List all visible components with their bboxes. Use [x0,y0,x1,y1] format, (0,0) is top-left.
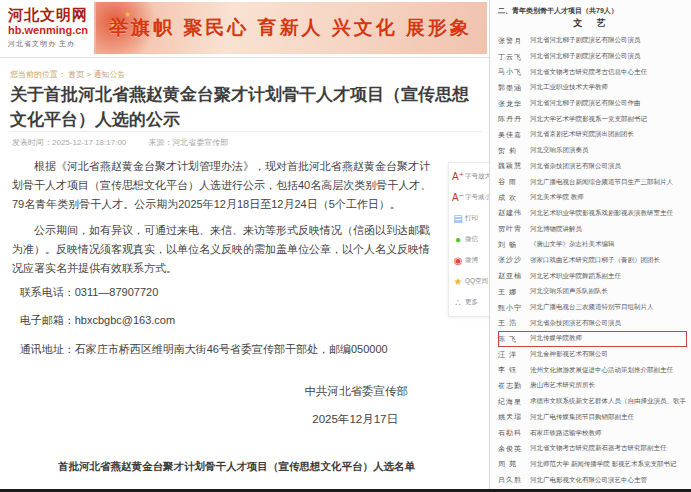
name-list-row: 王 浩 河北省杂技团演艺有限公司演员 [498,315,687,331]
breadcrumb: 您当前的位置： 首页 > 通知公告 [10,69,125,80]
person-position: 河北广播电视台三农频道特别节目组制片人 [530,303,654,312]
name-list-category: 文 艺 [498,17,687,30]
name-list-row: 张沙沙 张家口戏曲艺术研究院口梆子（晋剧）团团长 [498,253,687,269]
person-position: 河北省杂技团演艺有限公司演员 [530,162,621,171]
person-name: 周 苑 [498,459,530,469]
breadcrumb-label: 您当前的位置： [10,70,66,79]
name-list-row: 余俊英 河北省文物考古研究院新石器考古研究部副主任 [498,441,687,457]
name-list-row: 魏颖慧 河北省杂技团演艺有限公司演员 [498,159,687,175]
toolbar-item[interactable]: ∴ 更多 [451,292,487,313]
name-list-row: 张警月 河北省河北梆子剧院演艺有限公司演员 [498,33,687,49]
person-position: 河北省文物考古研究院新石器考古研究部副主任 [530,444,667,453]
site-logo-domain[interactable]: hb.wenming.cn [8,24,88,37]
person-name: 刘 畅 [498,240,530,250]
name-list-row: 吕久胜 河北广电影视文化有限公司演艺中心主管 [498,472,687,488]
person-name: 石勘科 [498,428,530,438]
toolbar-item[interactable]: ▤ 打印 [451,208,487,229]
publish-time-label: 发表时间： [12,138,52,147]
site-logo-subtitle: 河北省文明办 主办 [8,39,88,49]
toolbar-item-label: 字号放大 [465,172,491,181]
name-list-row: 谷 雨 河北广播电视台新闻综合频道节目生产三部制片人 [498,174,687,190]
person-position: 河北省河北梆子剧院演艺有限公司演员 [530,52,641,61]
person-position: 河北美术学院 教师 [530,193,584,202]
name-list-section-title: 二、青年类别骨干人才项目（共79人） [498,6,687,16]
article-body: 根据《河北省燕赵黄金台聚才计划管理办法》，现对首批河北省燕赵黄金台聚才计划骨干人… [12,157,440,369]
name-list-row: 陈丹丹 河北大学艺术学院影视系一党支部副书记 [498,111,687,127]
name-list-row: 甄小宁 河北广播电视台三农频道特别节目组制片人 [498,300,687,316]
person-position: 河北师范大学 新闻传播学院 影视艺术系党支部书记 [530,460,677,469]
breadcrumb-home-link[interactable]: 首页 [68,70,84,79]
person-position: 河北传媒学院教师 [530,334,582,343]
person-position: 河北省京剧艺术研究院演出团副团长 [530,130,634,139]
name-list-row: 李 钰 沧州文化旅游发展促进中心活动策划推介部副主任 [498,362,687,378]
person-position: 沧州文化旅游发展促进中心活动策划推介部副主任 [530,366,673,375]
toolbar-icon[interactable]: ◉ [451,256,465,266]
person-name: 成 欢 [498,193,530,203]
toolbar-item-label: 打印 [465,214,478,223]
toolbar-item[interactable]: A⁻ 字号减小 [451,187,487,208]
contact-email: 电子邮箱：hbxcbgbc@163.com [12,312,440,329]
person-name: 贺 莉 [498,146,530,156]
name-list: 张警月 河北省河北梆子剧院演艺有限公司演员 丁云飞 河北省河北梆子剧院演艺有限公… [498,33,687,488]
toolbar-item[interactable]: A⁺ 字号放大 [451,166,487,187]
person-name: 赵亚楠 [498,271,530,281]
site-header: 河北文明网 hb.wenming.cn 河北省文明办 主办 ★ ★ 举旗帜 聚民… [0,0,489,58]
toolbar-item-label: 微信 [465,235,478,244]
publish-time: 2025-12-17 18:17:00 [52,138,126,147]
name-list-row: 丁云飞 河北省河北梆子剧院演艺有限公司演员 [498,49,687,65]
person-position: 石家庄铁路运输学校教师 [530,429,602,438]
name-list-row: 张龙华 河北省河北梆子剧院演艺有限公司作曲 [498,96,687,112]
toolbar-item[interactable]: ★ QQ空间 [451,271,487,292]
person-position: 河北博物院讲解员 [530,225,582,234]
name-list-row: 贺 莉 河北交响乐团演奏员 [498,143,687,159]
header-banner: ★ ★ 举旗帜 聚民心 育新人 兴文化 展形象 [94,2,487,54]
person-position: 承德市文联系统新文艺群体人员（自由择业演员、歌手） [530,397,687,406]
person-position: 河北艺术职业学院影视系戏剧影视表演教研室主任 [530,209,673,218]
share-toolbar: A⁺ 字号放大 A⁻ 字号减小 ▤ 打印 ● 微信 ◉ 微博 [448,162,490,317]
name-list-row: 贾叶青 河北博物院讲解员 [498,221,687,237]
name-list-row: 刘 畅 《唐山文学》杂志社美术编辑 [498,237,687,253]
person-name: 陈丹丹 [498,114,530,124]
source: 河北省委宣传部 [172,138,228,147]
toolbar-item[interactable]: ◉ 微博 [451,250,487,271]
toolbar-icon[interactable]: A⁺ [451,172,465,182]
person-position: 《唐山文学》杂志社美术编辑 [530,240,615,249]
person-name: 张龙华 [498,99,530,109]
toolbar-icon[interactable]: ∴ [451,298,465,308]
name-list-row: 纪海星 承德市文联系统新文艺群体人员（自由择业演员、歌手） [498,394,687,410]
contact-phone: 联系电话：0311—87907720 [12,284,440,301]
site-logo[interactable]: 河北文明网 hb.wenming.cn 河北省文明办 主办 [8,7,88,49]
person-name: 陈 飞 [498,334,530,344]
page-title: 关于首批河北省燕赵黄金台聚才计划骨干人才项目（宣传思想文化平台）人选的公示 [10,83,482,132]
person-name: 吴佳嘉 [498,130,530,140]
banner-slogan: 举旗帜 聚民心 育新人 兴文化 展形象 [109,15,472,41]
name-list-row: 马小飞 河北省文物考古研究院考古信息中心主任 [498,64,687,80]
toolbar-icon[interactable]: ● [451,235,465,245]
toolbar-icon[interactable]: ★ [451,277,465,287]
site-logo-title[interactable]: 河北文明网 [8,7,88,24]
source-label: 来源： [148,138,172,147]
toolbar-icon[interactable]: ▤ [451,214,465,224]
breadcrumb-separator: > [86,70,91,79]
person-position: 唐山市艺术研究所所长 [530,381,595,390]
toolbar-item[interactable]: ● 微信 [451,229,487,250]
article-paragraph: 根据《河北省燕赵黄金台聚才计划管理办法》，现对首批河北省燕赵黄金台聚才计划骨干人… [12,157,440,214]
name-list-row: 周 苑 河北师范大学 新闻传播学院 影视艺术系党支部书记 [498,457,687,473]
person-name: 李 钰 [498,365,530,375]
person-name: 贾叶青 [498,224,530,234]
person-name: 张沙沙 [498,255,530,265]
person-position: 河北交响乐团演奏员 [530,146,589,155]
person-name: 姚天瑞 [498,412,530,422]
person-position: 河北省杂技团演艺有限公司演员 [530,319,621,328]
name-list-row: 赵建伟 河北艺术职业学院影视系戏剧影视表演教研室主任 [498,206,687,222]
person-name: 甄小宁 [498,303,530,313]
person-name: 王 娜 [498,287,530,297]
toolbar-icon[interactable]: A⁻ [451,193,465,203]
person-position: 河北省文物考古研究院考古信息中心主任 [530,68,647,77]
person-position: 河北省河北梆子剧院演艺有限公司演员 [530,36,641,45]
breadcrumb-current-link[interactable]: 通知公告 [93,70,125,79]
name-list-row: 成 欢 河北美术学院 教师 [498,190,687,206]
person-name: 吕久胜 [498,475,530,485]
name-list-row: 吴佳嘉 河北省京剧艺术研究院演出团副团长 [498,127,687,143]
toolbar-item-label: 更多 [465,298,478,307]
